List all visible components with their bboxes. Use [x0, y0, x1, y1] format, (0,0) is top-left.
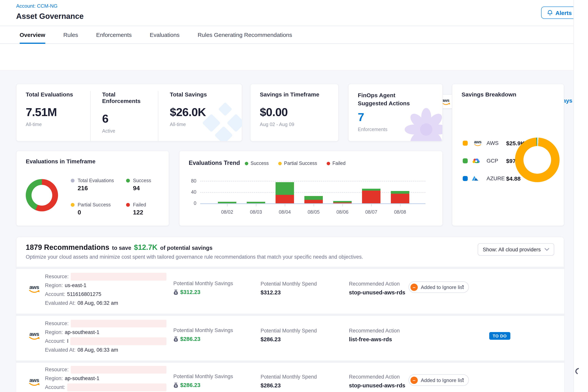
region-value: us-east-1 — [65, 282, 86, 288]
account-label: Account: — [45, 291, 65, 297]
row-divider — [16, 360, 564, 363]
legend-label: Success — [133, 178, 151, 183]
action-column: Recommended Action list-free-aws-rds — [349, 328, 400, 342]
aws-logo-icon: aws — [472, 140, 484, 146]
stat-title: Savings in Timeframe — [260, 91, 329, 98]
azure-logo-icon — [472, 176, 484, 181]
clipped-help-icon — [574, 368, 580, 376]
aws-logo-icon: aws — [29, 284, 40, 293]
partial-dot-icon — [71, 203, 74, 207]
stat-total-evaluations: Total Evaluations 7.51M All-time — [26, 91, 90, 141]
recommendation-row[interactable]: aws Resource: Region:us-east-1 Account:5… — [16, 269, 564, 314]
svg-text:$: $ — [175, 338, 177, 341]
redacted-account — [67, 383, 166, 391]
recommendation-row[interactable]: aws Resource: Region:ap-southeast-1 Acco… — [16, 316, 564, 360]
right-scroll-rail[interactable] — [574, 0, 588, 392]
stat-caption: Aug 02 - Aug 09 — [260, 122, 329, 127]
legend-label: Failed — [332, 161, 346, 166]
tab-overview[interactable]: Overview — [20, 26, 45, 44]
tab-rules-generating-recommendations[interactable]: Rules Generating Recommendations — [198, 26, 292, 44]
alerts-button[interactable]: Alerts — [541, 6, 578, 19]
money-bag-icon: $ — [173, 289, 178, 295]
tab-enforcements[interactable]: Enforcements — [96, 26, 132, 44]
stat-value: 7.51M — [26, 106, 86, 119]
column-header: Recommended Action — [349, 328, 400, 334]
recommendation-row[interactable]: aws Resource: Region:ap-southeast-1 Acco… — [16, 363, 564, 392]
provider-savings: $4.88 — [506, 175, 520, 182]
cloud-provider-filter-dropdown[interactable]: Show: All cloud providers — [478, 243, 554, 256]
stat-total-enforcements: Total Enforcements 6 Active — [90, 91, 158, 141]
monthly-spend-value: $286.23 — [260, 336, 317, 342]
resource-label: Resource: — [45, 320, 68, 326]
gcp-logo-icon — [472, 158, 484, 164]
headline-text: of potential savings — [160, 245, 212, 251]
card-title: Savings Breakdown — [462, 91, 516, 98]
aws-logo-icon: aws — [29, 378, 40, 386]
legend-value: 94 — [133, 185, 140, 192]
savings-column: Potential Monthly Savings $ $312.23 — [173, 280, 233, 295]
todo-status-badge[interactable]: TO DO — [489, 332, 510, 340]
donut-hole — [524, 146, 551, 174]
savings-timeframe-card: Savings in Timeframe $0.00 Aug 02 - Aug … — [250, 84, 338, 142]
added-to-ignore-list-pill[interactable]: – Added to Ignore list — [408, 374, 469, 386]
tab-evaluations[interactable]: Evaluations — [150, 26, 180, 44]
legend-label: Failed — [133, 202, 146, 208]
spend-column: Potential Monthly Spend $286.23 — [260, 328, 317, 342]
region-value: ap-southeast-1 — [65, 376, 99, 381]
y-tick-40: 40 — [183, 190, 196, 195]
breakdown-legend-aws: aws AWS $25.9K — [463, 139, 525, 147]
redacted-account — [70, 337, 166, 345]
provider-name: AWS — [486, 140, 506, 146]
filter-bar: aws — [0, 44, 588, 71]
trend-bars: 08/0208/0308/0408/0508/0608/0708/08 — [200, 178, 426, 203]
recommended-action-value: stop-unused-aws-rds — [349, 290, 405, 296]
bell-icon — [547, 10, 553, 16]
legend-label: Success — [250, 161, 269, 166]
recommendations-count: 1879 Recommendations — [26, 243, 109, 252]
provider-name: GCP — [486, 158, 506, 164]
ignore-status-label: Added to Ignore list — [421, 377, 464, 383]
column-header: Potential Monthly Spend — [260, 281, 317, 287]
success-dot-icon — [245, 162, 248, 165]
headline-text: to save — [112, 245, 131, 251]
evaluated-label: Evaluated At: — [45, 300, 76, 306]
savings-column: Potential Monthly Savings $ $286.23 — [173, 374, 233, 388]
redacted-resource — [70, 320, 166, 327]
account-value: I — [67, 338, 68, 344]
stat-caption: Active — [102, 128, 154, 134]
monthly-savings-value: $286.23 — [180, 382, 200, 388]
trend-legend-failed: Failed — [327, 161, 346, 166]
evaluations-timeframe-card: Evaluations in Timeframe Total Evaluatio… — [16, 151, 169, 226]
monthly-savings-value: $312.23 — [180, 289, 200, 295]
stat-title: Total Savings — [170, 91, 238, 98]
legend-label: Total Evaluations — [78, 178, 114, 183]
card-title: Evaluations Trend — [189, 160, 240, 166]
resource-label: Resource: — [45, 367, 68, 372]
failed-dot-icon — [327, 162, 330, 165]
ignore-minus-icon: – — [410, 284, 418, 291]
dropdown-value: Show: All cloud providers — [483, 246, 541, 252]
row-divider — [16, 314, 564, 316]
gcp-color-chip — [463, 158, 468, 163]
tab-rules[interactable]: Rules — [63, 26, 78, 44]
action-column: Recommended Action stop-unused-aws-rds — [349, 374, 405, 388]
region-value: ap-southeast-1 — [65, 329, 99, 335]
ignore-status-label: Added to Ignore list — [421, 284, 464, 290]
row-divider — [16, 267, 564, 269]
savings-breakdown-donut — [515, 138, 560, 182]
redacted-resource — [70, 366, 166, 373]
breakdown-legend-azure: AZURE $4.88 — [463, 174, 520, 182]
tab-bar: Overview Rules Enforcements Evaluations … — [0, 26, 588, 44]
added-to-ignore-list-pill[interactable]: – Added to Ignore list — [408, 281, 469, 293]
legend-value: 0 — [78, 209, 81, 216]
page-title: Asset Governance — [16, 12, 84, 21]
account-breadcrumb-link[interactable]: Account: CCM-NG — [16, 3, 58, 9]
recommendations-subtitle: Optimize your cloud assets and minimize … — [26, 254, 363, 260]
legend-success: Success — [126, 178, 151, 183]
money-bag-icon: $ — [173, 382, 178, 388]
region-label: Region: — [45, 282, 63, 288]
evaluated-label: Evaluated At: — [45, 347, 76, 353]
card-title: Evaluations in Timeframe — [26, 158, 96, 164]
legend-label: Partial Success — [78, 202, 111, 208]
region-label: Region: — [45, 376, 63, 381]
